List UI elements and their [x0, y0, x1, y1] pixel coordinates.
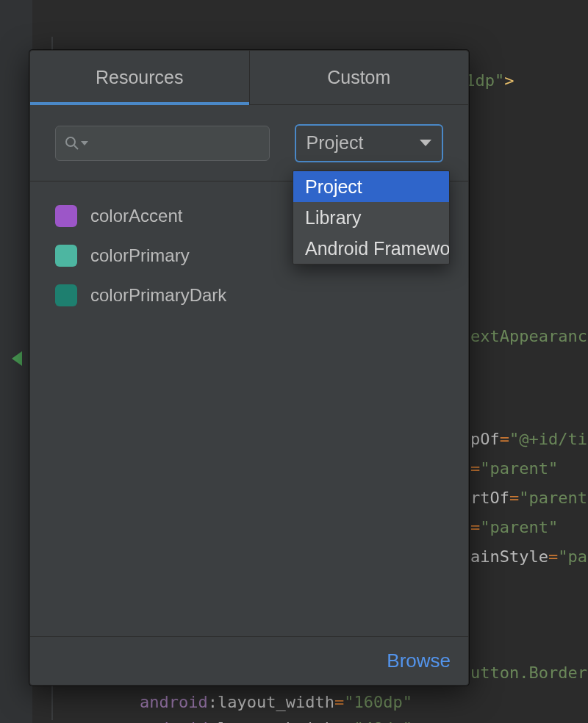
dropdown-option-library[interactable]: Library	[293, 202, 449, 233]
tab-resources[interactable]: Resources	[30, 51, 249, 104]
chevron-down-icon	[420, 140, 431, 146]
color-swatch	[55, 205, 77, 227]
scope-dropdown: Project Library Android Framework	[293, 170, 450, 265]
svg-point-0	[66, 137, 75, 146]
tab-bar: Resources Custom	[30, 51, 468, 105]
color-name: colorPrimaryDark	[90, 285, 226, 306]
tab-label: Resources	[96, 67, 184, 88]
browse-link[interactable]: Browse	[387, 650, 451, 672]
color-name: colorAccent	[90, 206, 182, 226]
search-input[interactable]	[55, 126, 270, 161]
search-options-caret-icon	[81, 141, 88, 145]
resource-picker-dialog: Resources Custom Project colorAccent col…	[29, 50, 469, 686]
dropdown-option-project[interactable]: Project	[293, 171, 449, 202]
search-icon	[65, 136, 79, 151]
dialog-footer: Browse	[30, 636, 468, 685]
color-swatch	[55, 284, 77, 306]
svg-line-1	[74, 145, 78, 149]
color-name: colorPrimary	[90, 245, 190, 266]
color-swatch	[55, 245, 77, 267]
scope-select[interactable]: Project	[295, 124, 443, 162]
dropdown-option-android-framework[interactable]: Android Framework	[293, 233, 449, 264]
scope-select-label: Project	[306, 132, 364, 154]
tab-label: Custom	[327, 67, 390, 88]
tab-custom[interactable]: Custom	[249, 51, 469, 104]
list-item[interactable]: colorPrimaryDark	[55, 276, 443, 315]
